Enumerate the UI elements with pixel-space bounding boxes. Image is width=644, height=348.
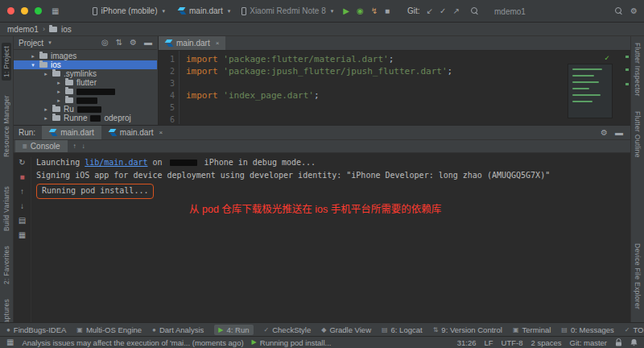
toolwindow-gradle-view[interactable]: ◆Gradle View [321,325,371,334]
clear-console-icon[interactable]: ▦ [19,231,26,239]
tree-item-redacted[interactable]: ▸ [14,96,157,105]
editor-tab-main-dart[interactable]: main.dart × [159,36,225,50]
tree-item-symlinks[interactable]: ▸ .symlinks [14,69,157,78]
scroll-to-end-icon[interactable]: ↓ [20,202,24,210]
toolwindow-todo[interactable]: ✓TODO [625,325,644,334]
run-tab-main-dart-1[interactable]: main.dart [42,126,101,139]
folder-icon [49,27,57,32]
inspections-ok-icon: ✓ [605,53,609,62]
toolwindow-messages[interactable]: ▤0: Messages [561,325,613,334]
android-device-selector[interactable]: Xiaomi Redmi Note 8 ▾ [242,6,333,15]
tree-item-ios[interactable]: ▾ ios [14,60,157,69]
stripe-favorites-button[interactable]: 2: Favorites [2,246,10,284]
toolwindow-dart-analysis[interactable]: ●Dart Analysis [152,325,204,334]
stripe-build-variants-button[interactable]: Build Variants [2,186,10,231]
locate-file-icon[interactable]: ◎ [101,39,109,47]
toolwindow-findbugs[interactable]: ●FindBugs-IDEA [6,325,66,334]
toolwindow-logcat[interactable]: ▤6: Logcat [382,325,423,334]
line-ending-widget[interactable]: LF [485,338,493,347]
project-panel-header: Project ▾ ◎ ⇅ ⚙ ▬ [14,36,157,50]
progress-widget[interactable]: ▶ Running pod install... [252,338,332,347]
code-editor[interactable]: 1 2 3 4 5 6 import 'package:flutter/mate… [159,51,630,124]
lock-icon[interactable] [615,338,622,346]
search-everywhere-icon[interactable] [615,7,623,15]
toolwindow-grid-icon[interactable]: ▦ [52,7,59,15]
toolwindow-checkstyle[interactable]: ✓CheckStyle [264,325,312,334]
toolwindow-switcher-icon[interactable]: ▦ [6,338,14,346]
highlighted-console-text: Running pod install... [36,184,154,199]
tree-item-redacted[interactable]: ▸ [14,87,157,96]
stripe-resource-manager-button[interactable]: Resource Manager [2,95,10,157]
chevron-right-icon[interactable]: ▸ [43,106,49,113]
code-line [186,114,630,124]
zoom-window-button[interactable] [35,7,42,14]
stripe-project-button[interactable]: 1: Project [2,43,11,81]
stop-icon[interactable]: ■ [19,173,24,181]
next-occurrence-icon[interactable]: ↓ [82,143,85,150]
toolwindow-terminal[interactable]: ▣Terminal [513,325,551,334]
project-tree: ▸ images ▾ ios ▸ .symlinks ▸ flutter ▸ [14,50,157,122]
stripe-flutter-outline-button[interactable]: Flutter Outline [634,111,642,158]
scroll-to-top-icon[interactable]: ↑ [20,188,24,196]
chevron-right-icon[interactable]: ▸ [43,115,49,122]
breadcrumb-item-project[interactable]: mdemo1 [7,25,39,34]
tree-item-runner[interactable]: ▸ Ru [14,105,157,114]
tree-item-runner-xcodeproj[interactable]: ▸ Runne odeproj [14,114,157,122]
chevron-right-icon[interactable]: ▸ [43,71,49,77]
rerun-icon[interactable]: ↻ [19,159,25,167]
git-commit-icon[interactable]: ✓ [440,7,446,15]
settings-gear-icon[interactable]: ⚙ [630,7,638,15]
code-minimap [568,64,613,118]
tree-item-images[interactable]: ▸ images [14,52,157,60]
indent-widget[interactable]: 2 spaces [531,338,562,347]
redacted-text [90,115,101,122]
git-push-icon[interactable]: ↗ [452,7,459,15]
hide-panel-icon[interactable]: ▬ [615,129,623,137]
search-icon[interactable] [471,7,479,15]
hide-panel-icon[interactable]: ▬ [144,39,152,47]
run-tab-main-dart-2[interactable]: main.dart × [101,126,170,139]
print-icon[interactable]: ▤ [19,217,26,225]
toolwindow-run[interactable]: ▶4: Run [214,325,253,335]
minimize-window-button[interactable] [21,7,28,14]
git-controls: Git: ↙ ✓ ↗ [407,6,460,15]
breadcrumb-item-ios[interactable]: ios [61,25,72,34]
caret-position-widget[interactable]: 31:26 [457,338,477,347]
settings-gear-icon[interactable]: ⚙ [130,39,137,47]
file-link[interactable]: lib/main.dart [85,158,147,167]
chevron-right-icon[interactable]: ▸ [56,89,62,95]
chevron-right-icon[interactable]: ▸ [56,97,62,104]
collapse-all-icon[interactable]: ⇅ [116,39,122,47]
device-selector[interactable]: iPhone (mobile) ▾ [93,6,165,15]
close-tab-icon[interactable]: × [159,129,163,136]
git-branch-widget[interactable]: Git: master [570,338,607,347]
console-output[interactable]: Launching lib/main.dart on iPhone in deb… [36,156,627,216]
console-tab[interactable]: ≡ Console [15,140,68,152]
tree-item-flutter[interactable]: ▸ flutter [14,78,157,87]
editor-area: main.dart × 1 2 3 4 5 6 import 'package:… [158,36,630,125]
status-message[interactable]: Analysis issues may affect the execution… [22,338,243,347]
settings-gear-icon[interactable]: ⚙ [601,129,608,137]
stop-button[interactable]: ■ [385,7,390,15]
git-update-icon[interactable]: ↙ [427,7,433,15]
minimap-line [572,88,589,89]
error-stripe[interactable] [625,51,629,124]
close-window-button[interactable] [7,7,14,14]
run-config-selector[interactable]: main.dart ▾ [178,6,230,15]
chevron-right-icon[interactable]: ▸ [30,53,36,60]
stripe-flutter-inspector-button[interactable]: Flutter Inspector [634,43,642,97]
close-tab-icon[interactable]: × [216,39,220,47]
chevron-right-icon[interactable]: ▸ [56,80,62,86]
code-lines: import 'package:flutter/material.dart'; … [180,51,630,124]
run-button[interactable]: ▶ [343,7,349,15]
encoding-widget[interactable]: UTF-8 [502,338,523,347]
prev-occurrence-icon[interactable]: ↑ [73,143,76,150]
toolwindow-multi-os-engine[interactable]: ▣Multi-OS Engine [76,325,142,334]
stripe-device-file-explorer-button[interactable]: Device File Explorer [634,243,642,309]
toolwindow-version-control[interactable]: ⇅9: Version Control [433,325,502,334]
bell-icon[interactable] [630,338,638,346]
chevron-down-icon[interactable]: ▾ [30,62,36,68]
project-view-dropdown[interactable]: Project [19,39,43,48]
attach-debugger-button[interactable]: ↯ [371,7,378,15]
debug-button[interactable]: ◉ [357,7,364,15]
